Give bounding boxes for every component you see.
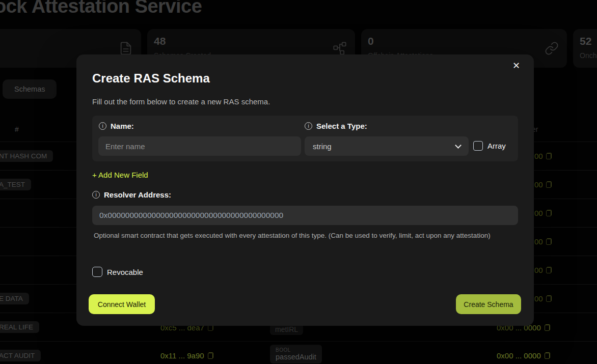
table-row[interactable]: ACT AUDIT 0x11 ... 9a90 BOOL passedAudit…: [0, 341, 597, 364]
stat-value: 48: [154, 35, 166, 47]
resolver-address-label: i Resolver Address:: [92, 190, 171, 199]
info-icon: i: [305, 122, 312, 130]
modal-title: Create RAS Schema: [92, 71, 210, 86]
add-new-field-button[interactable]: + Add New Field: [92, 171, 148, 179]
schema-field-badge: BOOL passedAudit: [270, 345, 322, 363]
resolver-address-cell: 0x00 ... 0000: [497, 351, 550, 360]
name-input[interactable]: [98, 136, 301, 156]
link-icon: [545, 41, 559, 55]
schema-name-badge: A_TEST: [0, 179, 31, 190]
stat-value: 0: [368, 35, 374, 47]
schema-name-badge: REAL LIFE: [0, 321, 39, 333]
resolver-address-cell: 00: [534, 209, 552, 217]
copy-icon[interactable]: [546, 210, 552, 216]
copy-icon[interactable]: [545, 324, 550, 331]
table-header-hash: #: [15, 125, 19, 133]
stat-card-onchain: 52 Onchain Attestations: [573, 29, 597, 68]
resolver-address-cell: 00: [534, 180, 552, 189]
revocable-checkbox[interactable]: [92, 267, 102, 277]
copy-icon[interactable]: [546, 153, 552, 159]
document-icon: [119, 41, 133, 55]
schema-name-badge: ACT AUDIT: [0, 350, 41, 361]
copy-icon[interactable]: [208, 352, 213, 359]
stat-label: Onchain Attestations: [580, 51, 597, 60]
copy-icon[interactable]: [546, 181, 552, 188]
copy-icon[interactable]: [545, 352, 550, 359]
connect-wallet-button[interactable]: Connect Wallet: [89, 294, 155, 314]
resolver-address-cell: 00: [534, 266, 552, 274]
name-label: i Name:: [99, 122, 134, 130]
chevron-down-icon: [455, 142, 462, 149]
close-icon[interactable]: ✕: [512, 61, 520, 70]
revocable-label: Revocable: [107, 268, 143, 276]
modal-subtitle: Fill out the form below to create a new …: [92, 97, 270, 106]
create-schema-button[interactable]: Create Schema: [456, 294, 521, 314]
resolver-address-cell: 00: [534, 152, 552, 160]
field-name-label: passedAudit: [276, 353, 316, 361]
array-label: Array: [487, 142, 506, 150]
resolver-address-cell: 00: [534, 294, 552, 303]
schema-name-badge: E DATA: [0, 293, 29, 304]
info-icon: i: [92, 191, 100, 199]
field-type-label: BOOL: [276, 347, 316, 353]
schema-uid-cell: 0x11 ... 9a90: [160, 351, 213, 360]
schema-name-badge: NT HASH COM: [0, 150, 53, 162]
copy-icon[interactable]: [546, 267, 552, 273]
field-definition-panel: i Name: i Select a Type: string Array: [92, 116, 518, 161]
stat-value: 52: [580, 35, 591, 47]
network-icon: [333, 41, 347, 55]
resolver-address-cell: 00: [534, 237, 552, 246]
resolver-help-text: Optional smart contract that gets execut…: [94, 231, 501, 241]
page-title: ock Attestation Service: [0, 0, 202, 17]
copy-icon[interactable]: [546, 238, 552, 245]
tab-schemas[interactable]: Schemas: [3, 79, 57, 99]
array-checkbox[interactable]: [473, 141, 483, 151]
create-schema-modal: ✕ Create RAS Schema Fill out the form be…: [76, 54, 534, 326]
type-label: i Select a Type:: [305, 122, 367, 130]
copy-icon[interactable]: [546, 295, 552, 302]
type-select[interactable]: string: [305, 136, 469, 156]
app-root: ock Attestation Service 48 Schemas Creat…: [0, 0, 597, 364]
info-icon: i: [99, 122, 106, 130]
resolver-address-input[interactable]: [92, 206, 518, 225]
